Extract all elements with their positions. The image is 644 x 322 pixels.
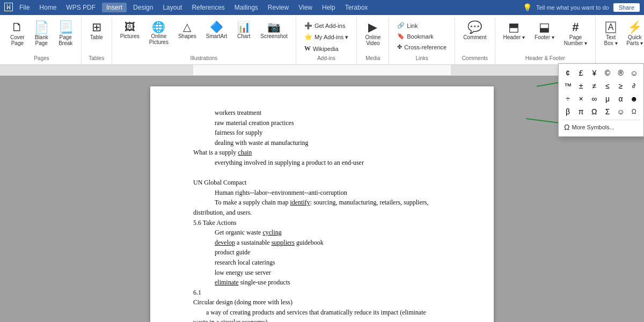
line-circular: Circular design (doing more with less) bbox=[193, 297, 451, 308]
footer-button[interactable]: ⬓ Footer ▾ bbox=[531, 19, 558, 42]
line-fairness: fairness for supply bbox=[215, 128, 451, 138]
document-area[interactable]: workers treatment raw material creation … bbox=[0, 76, 644, 322]
file-icon: 🅆 bbox=[4, 3, 13, 12]
cross-reference-button[interactable]: ✤ Cross-reference bbox=[393, 42, 450, 52]
table-button[interactable]: ⊞ Table bbox=[86, 19, 107, 42]
page-number-button[interactable]: # PageNumber ▾ bbox=[560, 19, 591, 48]
cover-page-label: CoverPage bbox=[10, 34, 25, 46]
line-product-guide: product guide bbox=[215, 247, 451, 258]
title-bar-right: 💡 Tell me what you want to do Share bbox=[523, 3, 640, 12]
screenshot-button[interactable]: 📷 Screenshot bbox=[257, 19, 291, 41]
symbol-times[interactable]: × bbox=[575, 93, 587, 105]
cross-reference-icon: ✤ bbox=[397, 43, 402, 50]
symbol-pi[interactable]: π bbox=[575, 106, 587, 118]
link-label: Link bbox=[407, 23, 418, 29]
my-addins-label: My Add-ins ▾ bbox=[314, 34, 348, 41]
tab-terabox[interactable]: Terabox bbox=[342, 4, 371, 11]
symbol-alpha[interactable]: α bbox=[615, 93, 627, 105]
symbol-less-equal[interactable]: ≤ bbox=[602, 80, 613, 92]
a-way-text: a way bbox=[206, 309, 221, 316]
shapes-label: Shapes bbox=[178, 33, 196, 39]
more-symbols-button[interactable]: Ω More Symbols... bbox=[562, 120, 640, 133]
symbol-omega[interactable]: Ω bbox=[588, 106, 600, 118]
symbol-tm[interactable]: ™ bbox=[562, 80, 574, 92]
line-workers: workers treatment bbox=[215, 108, 451, 118]
line-56: 5.6 Take Actions bbox=[193, 218, 451, 228]
blank-page-button[interactable]: 📄 BlankPage bbox=[31, 19, 53, 48]
online-pictures-button[interactable]: 🌐 OnlinePictures bbox=[145, 19, 172, 47]
symbol-registered[interactable]: ® bbox=[615, 67, 627, 79]
get-addins-label: Get Add-ins bbox=[314, 23, 345, 29]
header-icon: ⬒ bbox=[508, 21, 519, 33]
smartart-button[interactable]: 🔷 SmartArt bbox=[202, 19, 231, 41]
footer-label: Footer ▾ bbox=[535, 34, 554, 40]
symbol-infinity[interactable]: ∞ bbox=[588, 93, 600, 105]
symbol-dropdown-panel: ¢ £ ¥ © ® ☺ ™ ± ≠ ≤ ≥ ∂ ÷ × ∞ μ α ☻ β π bbox=[558, 63, 644, 137]
tab-layout[interactable]: Layout bbox=[159, 4, 185, 11]
header-button[interactable]: ⬒ Header ▾ bbox=[500, 19, 529, 42]
line-supply-chain-q: What is a supply chain bbox=[193, 148, 451, 158]
symbol-sigma[interactable]: Σ bbox=[602, 106, 613, 118]
tab-design[interactable]: Design bbox=[130, 4, 156, 11]
symbol-not-equal[interactable]: ≠ bbox=[588, 80, 600, 92]
text-buttons: A TextBox ▾ ⚡ QuickParts ▾ A WordArt ▾ D… bbox=[600, 19, 644, 53]
shapes-button[interactable]: △ Shapes bbox=[174, 19, 200, 41]
link-button[interactable]: 🔗 Link bbox=[393, 20, 450, 31]
symbol-divide[interactable]: ÷ bbox=[562, 93, 574, 105]
ribbon-group-illustrations: 🖼 Pictures 🌐 OnlinePictures △ Shapes 🔷 S… bbox=[112, 17, 296, 64]
headerfooter-buttons: ⬒ Header ▾ ⬓ Footer ▾ # PageNumber ▾ bbox=[500, 19, 591, 48]
share-button[interactable]: Share bbox=[613, 3, 640, 12]
symbol-mu[interactable]: μ bbox=[602, 93, 613, 105]
my-addins-button[interactable]: ⭐ My Add-ins ▾ bbox=[301, 32, 352, 42]
links-group-label: Links bbox=[416, 54, 428, 62]
table-label: Table bbox=[90, 34, 103, 40]
symbol-cent[interactable]: ¢ bbox=[562, 67, 574, 79]
table-icon: ⊞ bbox=[92, 21, 101, 33]
tab-mailings[interactable]: Mailings bbox=[231, 4, 261, 11]
quick-parts-button[interactable]: ⚡ QuickParts ▾ bbox=[623, 19, 644, 48]
online-video-button[interactable]: ▶ OnlineVideo bbox=[361, 19, 384, 48]
underline-develop: develop bbox=[215, 239, 235, 246]
lightbulb-icon: 💡 bbox=[523, 3, 532, 12]
text-box-button[interactable]: A TextBox ▾ bbox=[600, 19, 621, 48]
wikipedia-button[interactable]: W Wikipedia bbox=[301, 43, 352, 54]
tab-review[interactable]: Review bbox=[265, 4, 292, 11]
line-ungc: UN Global Compact bbox=[193, 178, 451, 188]
ribbon-group-tables: ⊞ Table Tables bbox=[82, 17, 112, 64]
symbol-greater-equal[interactable]: ≥ bbox=[615, 80, 627, 92]
header-label: Header ▾ bbox=[503, 34, 525, 40]
bookmark-button[interactable]: 🔖 Bookmark bbox=[393, 31, 450, 41]
tab-view[interactable]: View bbox=[295, 4, 316, 11]
symbol-beta[interactable]: β bbox=[562, 106, 574, 118]
symbol-pound[interactable]: £ bbox=[575, 67, 587, 79]
symbol-yen[interactable]: ¥ bbox=[588, 67, 600, 79]
symbol-smile2[interactable]: ☻ bbox=[628, 93, 640, 105]
comments-group-label: Comments bbox=[462, 54, 488, 62]
page-break-label: PageBreak bbox=[58, 34, 72, 46]
get-addins-button[interactable]: ➕ Get Add-ins bbox=[301, 20, 352, 31]
tab-help[interactable]: Help bbox=[319, 4, 339, 11]
cover-page-button[interactable]: 🗋 CoverPage bbox=[6, 19, 28, 48]
tab-insert[interactable]: Insert bbox=[102, 3, 127, 12]
symbol-copyright[interactable]: © bbox=[602, 67, 613, 79]
comment-button[interactable]: 💬 Comment bbox=[459, 19, 490, 42]
pictures-icon: 🖼 bbox=[125, 21, 135, 32]
symbol-smile3[interactable]: ☺ bbox=[615, 106, 627, 118]
tables-buttons: ⊞ Table bbox=[86, 19, 107, 42]
chart-button[interactable]: 📊 Chart bbox=[233, 19, 254, 41]
app: 🅆 File Home WPS PDF Insert Design Layout… bbox=[0, 0, 644, 322]
ruler bbox=[0, 65, 644, 76]
tab-file[interactable]: File bbox=[16, 4, 33, 11]
symbol-partial[interactable]: ∂ bbox=[628, 80, 640, 92]
search-bar[interactable]: Tell me what you want to do bbox=[536, 4, 609, 11]
omega-icon: Ω bbox=[564, 123, 569, 131]
page-break-button[interactable]: 📃 PageBreak bbox=[55, 19, 77, 48]
pictures-button[interactable]: 🖼 Pictures bbox=[116, 19, 143, 41]
symbol-plus-minus[interactable]: ± bbox=[575, 80, 587, 92]
pages-buttons: 🗋 CoverPage 📄 BlankPage 📃 PageBreak bbox=[6, 19, 77, 48]
tab-wpspdf[interactable]: WPS PDF bbox=[63, 4, 99, 11]
symbol-omega2[interactable]: Ω bbox=[628, 106, 640, 118]
symbol-smiley[interactable]: ☺ bbox=[628, 67, 640, 79]
tab-references[interactable]: References bbox=[188, 4, 228, 11]
tab-home[interactable]: Home bbox=[36, 4, 60, 11]
